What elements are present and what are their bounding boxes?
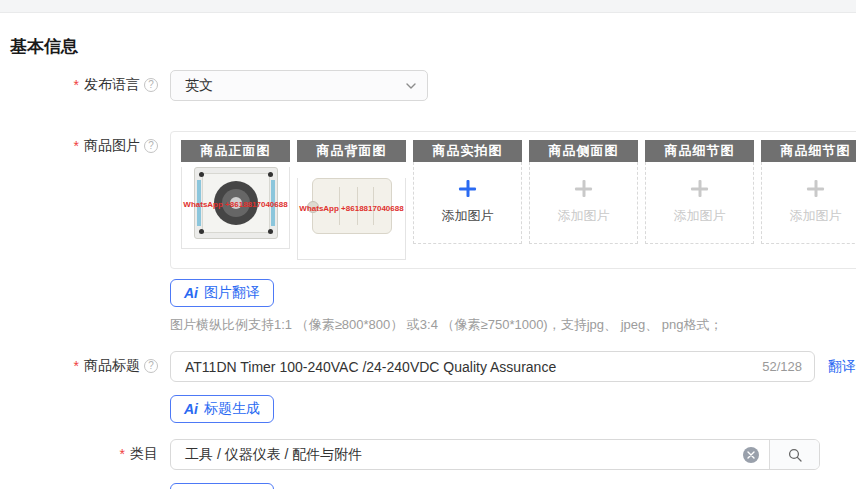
add-image-button[interactable]: 添加图片 <box>413 162 522 244</box>
image-requirements-hint: 图片横纵比例支持1:1 （像素≥800*800） 或3:4 （像素≥750*10… <box>170 316 856 334</box>
row-product-title: *商品标题 ? AT11DN Timer 100-240VAC /24-240V… <box>10 351 856 423</box>
row-product-images: *商品图片 ? 商品正面图 <box>10 131 856 334</box>
category-input[interactable]: 工具 / 仪器仪表 / 配件与附件 <box>171 446 743 464</box>
ai-title-generate-button[interactable]: Ai 标题生成 <box>170 395 274 423</box>
image-slot-detail-1: 商品细节图 添加图片 <box>645 140 754 260</box>
section-title: 基本信息 <box>10 35 856 58</box>
back-product-photo[interactable]: AT11DN WhatsApp +8618817040688 <box>297 178 406 260</box>
add-image-button-disabled: 添加图片 <box>645 162 754 244</box>
chevron-down-icon <box>405 80 417 92</box>
plus-icon <box>691 180 708 197</box>
image-slot-real-shot: 商品实拍图 添加图片 <box>413 140 522 260</box>
timer-device-back-art <box>312 178 392 234</box>
timer-device-front-art <box>194 167 278 239</box>
image-slot-title: 商品正面图 <box>181 140 290 162</box>
image-slot-title: 商品侧面图 <box>529 140 638 162</box>
help-icon[interactable]: ? <box>144 78 158 92</box>
image-slot-front: 商品正面图 <box>181 140 290 260</box>
image-slot-title: 商品细节图 <box>645 140 754 162</box>
image-slot-detail-2: 商品细节图 添加图片 <box>761 140 856 260</box>
publish-language-label: *发布语言 ? <box>10 70 158 94</box>
category-input-group: 工具 / 仪器仪表 / 配件与附件 <box>170 439 820 470</box>
product-title-label: *商品标题 ? <box>10 351 158 375</box>
plus-icon <box>459 180 476 197</box>
front-product-photo[interactable]: WhatsApp +8618817040688 <box>181 167 290 249</box>
selected-language: 英文 <box>185 77 405 95</box>
search-icon <box>787 447 803 463</box>
add-image-button-disabled: 添加图片 <box>761 162 856 244</box>
product-title-value: AT11DN Timer 100-240VAC /24-240VDC Quali… <box>185 359 754 375</box>
char-counter: 52/128 <box>762 359 802 374</box>
ai-badge: Ai <box>184 285 198 301</box>
product-title-input[interactable]: AT11DN Timer 100-240VAC /24-240VDC Quali… <box>170 351 815 382</box>
required-mark: * <box>74 138 79 154</box>
required-mark: * <box>120 446 125 462</box>
image-slot-title: 商品背面图 <box>297 140 406 162</box>
ai-badge: Ai <box>184 401 198 417</box>
category-label: *类目 <box>10 439 158 463</box>
plus-icon <box>807 180 824 197</box>
row-category: *类目 工具 / 仪器仪表 / 配件与附件 Ai 类目查询 <box>10 439 856 489</box>
product-images-label: *商品图片 ? <box>10 131 158 155</box>
image-slot-title: 商品细节图 <box>761 140 856 162</box>
plus-icon <box>575 180 592 197</box>
required-mark: * <box>74 77 79 93</box>
help-icon[interactable]: ? <box>144 139 158 153</box>
category-search-button[interactable] <box>769 440 819 469</box>
top-page-strip <box>0 0 856 13</box>
image-slot-side: 商品侧面图 添加图片 <box>529 140 638 260</box>
row-publish-language: *发布语言 ? 英文 <box>10 70 856 101</box>
add-image-button-disabled: 添加图片 <box>529 162 638 244</box>
image-slot-title: 商品实拍图 <box>413 140 522 162</box>
required-mark: * <box>74 358 79 374</box>
translate-link[interactable]: 翻译 <box>828 358 856 376</box>
ai-category-query-button[interactable]: Ai 类目查询 <box>170 483 274 489</box>
help-icon[interactable]: ? <box>144 359 158 373</box>
ai-image-translate-button[interactable]: Ai 图片翻译 <box>170 279 274 307</box>
image-upload-panel: 商品正面图 <box>170 131 856 269</box>
clear-icon[interactable] <box>743 447 759 463</box>
basic-info-section: 基本信息 *发布语言 ? 英文 *商品图片 ? 商品正面图 <box>0 35 856 489</box>
publish-language-select[interactable]: 英文 <box>170 70 428 101</box>
image-slot-back: 商品背面图 AT11DN WhatsApp +8618817040688 <box>297 140 406 260</box>
